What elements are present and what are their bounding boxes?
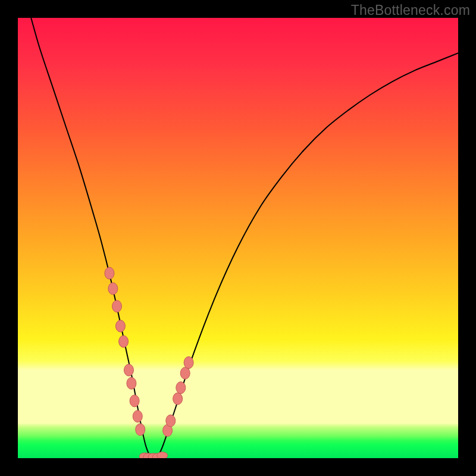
data-marker [166,415,176,427]
data-marker [176,382,186,394]
chart-canvas: TheBottleneck.com [0,0,476,476]
data-marker [124,364,133,376]
data-marker [184,356,193,368]
watermark-text: TheBottleneck.com [351,2,470,18]
chart-overlay [18,18,458,458]
data-marker [130,395,139,407]
data-marker [173,393,183,405]
plot-area [18,18,458,458]
data-marker [105,267,114,279]
data-marker [112,300,122,312]
data-marker [157,452,168,458]
data-marker [127,377,136,389]
data-marker [136,424,145,436]
data-marker [180,367,190,379]
data-markers [105,267,193,458]
bottleneck-curve [31,18,458,458]
data-marker [115,320,125,332]
data-marker [133,411,142,422]
data-marker [119,336,129,347]
data-marker [108,283,118,295]
